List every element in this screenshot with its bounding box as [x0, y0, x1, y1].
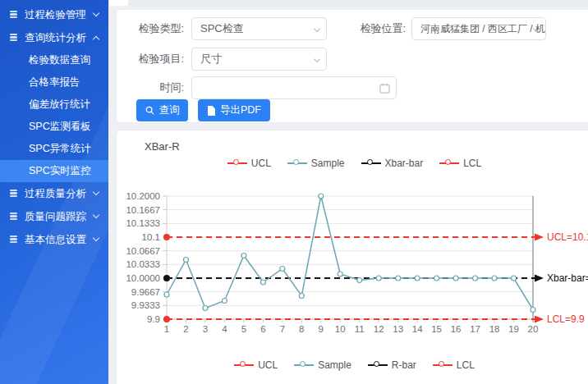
y-tick-label: 10.0000 [126, 273, 160, 283]
sidebar-item-label: 过程检验管理 [25, 9, 86, 21]
database-icon [10, 190, 18, 198]
inspect-location-select[interactable]: 河南威猛集团 / 西区工厂 / 机加 [411, 17, 546, 40]
x-tick-label: 2 [183, 324, 188, 334]
legend-item-ucl[interactable]: UCL [234, 359, 278, 371]
sample-point[interactable] [280, 267, 285, 272]
sample-point[interactable] [183, 258, 188, 263]
sidebar-item-10[interactable]: 质量问题跟踪 [0, 206, 108, 228]
sample-point[interactable] [203, 306, 208, 311]
spc-realtime-monitor-page: 过程检验管理查询统计分析检验数据查询合格率报告偏差放行统计SPC监测看板SPC异… [0, 0, 588, 384]
sidebar-item-9[interactable]: 过程质量分析 [0, 183, 108, 205]
database-icon [10, 213, 18, 221]
xbar-r-chart[interactable]: 10.200010.166710.133310.110.066710.03331… [117, 178, 588, 352]
sample-point[interactable] [338, 272, 342, 277]
x-tick-label: 14 [412, 324, 423, 334]
sidebar-item-1[interactable]: 过程检验管理 [0, 4, 108, 26]
sidebar-item-8[interactable]: SPC实时监控 [0, 160, 108, 182]
lcl-arrow-icon [535, 316, 544, 323]
sample-point[interactable] [376, 276, 381, 281]
y-tick-label: 10.1333 [126, 218, 160, 228]
ucl-arrow-icon [535, 234, 544, 241]
x-tick-label: 19 [508, 324, 519, 334]
ucl-label: UCL=10.1 [547, 231, 588, 243]
sidebar-nav: 过程检验管理查询统计分析检验数据查询合格率报告偏差放行统计SPC监测看板SPC异… [0, 0, 108, 384]
sidebar-item-2[interactable]: 查询统计分析 [0, 27, 108, 49]
inspect-item-select[interactable]: 尺寸 [191, 48, 327, 71]
x-tick-label: 10 [335, 324, 346, 334]
x-tick-label: 12 [374, 324, 384, 334]
sample-point[interactable] [473, 276, 478, 281]
database-icon [10, 34, 18, 42]
line-marker-icon [361, 159, 381, 167]
chevron-down-icon [93, 212, 99, 218]
inspect-location-label: 检验位置: [338, 17, 406, 40]
sidebar-item-6[interactable]: SPC监测看板 [0, 116, 108, 138]
sample-point[interactable] [319, 194, 324, 199]
sample-point[interactable] [241, 254, 246, 258]
legend-item-lcl[interactable]: LCL [433, 359, 475, 371]
lcl-start-dot [163, 316, 170, 322]
legend-item-sample[interactable]: Sample [294, 359, 351, 371]
legend-label: Xbar-bar [385, 158, 424, 169]
legend-item-ucl[interactable]: UCL [227, 158, 271, 169]
sample-series-line [167, 196, 533, 310]
sample-point[interactable] [357, 278, 362, 283]
y-tick-label: 10.0667 [126, 246, 160, 256]
sidebar-item-4[interactable]: 合格率报告 [0, 71, 108, 94]
x-tick-label: 13 [393, 324, 403, 334]
sample-point[interactable] [415, 276, 420, 281]
sidebar-item-7[interactable]: SPC异常统计 [0, 138, 108, 160]
inspect-type-value: SPC检查 [200, 22, 244, 34]
time-input[interactable] [191, 76, 397, 99]
export-pdf-button[interactable]: 导出PDF [198, 99, 270, 121]
legend-item-xbar-bar[interactable]: Xbar-bar [361, 158, 424, 169]
database-icon [10, 235, 18, 244]
sidebar-item-3[interactable]: 检验数据查询 [0, 49, 108, 71]
x-tick-label: 4 [222, 324, 227, 334]
x-tick-label: 11 [355, 324, 365, 334]
sidebar-item-label: SPC实时监控 [29, 165, 91, 176]
chevron-down-icon [314, 56, 320, 62]
x-tick-label: 3 [203, 324, 208, 334]
legend-item-lcl[interactable]: LCL [439, 158, 481, 169]
chart-title: XBar-R [145, 140, 180, 153]
sidebar-item-11[interactable]: 基本信息设置 [0, 229, 108, 251]
legend-item-r-bar[interactable]: R-bar [368, 359, 416, 371]
chevron-down-icon [93, 235, 99, 241]
legend-label: Sample [311, 158, 345, 169]
y-tick-label: 10.1 [142, 232, 160, 242]
sample-point[interactable] [164, 292, 169, 297]
sample-point[interactable] [531, 308, 535, 313]
x-tick-label: 8 [299, 324, 304, 334]
topbar-active-segment [109, 0, 128, 6]
y-tick-label: 10.2000 [126, 191, 160, 201]
ucl-start-dot [163, 234, 170, 240]
sidebar-item-label: SPC异常统计 [29, 143, 91, 154]
xbar-bar-start-dot [163, 275, 170, 281]
sidebar-item-label: 基本信息设置 [25, 234, 86, 245]
sample-point[interactable] [222, 299, 227, 304]
inspect-item-value: 尺寸 [200, 53, 222, 65]
sample-point[interactable] [434, 276, 439, 281]
lcl-label: LCL=9.9 [547, 313, 585, 325]
database-icon [10, 11, 18, 19]
sample-point[interactable] [512, 276, 517, 281]
sidebar-item-label: 合格率报告 [29, 76, 80, 88]
topbar [108, 0, 588, 6]
sample-point[interactable] [299, 294, 304, 299]
query-button[interactable]: 查询 [136, 99, 188, 121]
legend-item-sample[interactable]: Sample [287, 158, 345, 169]
sidebar-item-5[interactable]: 偏差放行统计 [0, 94, 108, 116]
main-content: 检验类型: SPC检查 检验位置: 河南威猛集团 / 西区工厂 / 机加 检验项… [108, 0, 588, 384]
sample-point[interactable] [260, 280, 265, 285]
chevron-down-icon [93, 189, 99, 195]
legend-label: LCL [463, 158, 481, 169]
sample-point[interactable] [492, 276, 497, 281]
xbar-bar-label: Xbar-bar=1 [547, 272, 588, 284]
inspect-type-select[interactable]: SPC检查 [191, 17, 327, 40]
sample-point[interactable] [396, 276, 401, 281]
sample-point[interactable] [453, 276, 458, 281]
line-marker-icon [227, 159, 247, 167]
legend-label: LCL [457, 359, 475, 371]
x-tick-label: 5 [241, 324, 246, 334]
